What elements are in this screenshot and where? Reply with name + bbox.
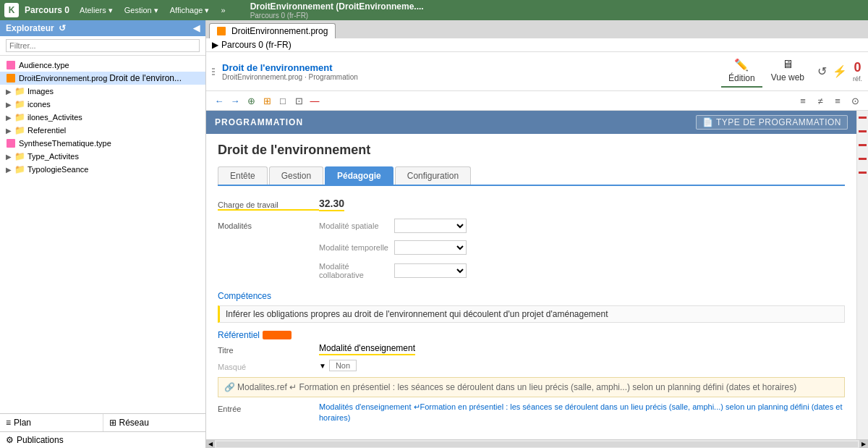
competences-title[interactable]: Compétences: [218, 291, 845, 301]
tree-label-typologie: TypologieSeance: [27, 165, 88, 174]
plan-label: Plan: [14, 418, 31, 428]
window-subtitle: Parcours 0 (fr-FR): [250, 12, 864, 20]
grid-btn[interactable]: ⊞: [260, 93, 274, 108]
doc-tab[interactable]: DroitEnvironnement.prog: [209, 23, 336, 38]
window-title: DroitEnvironnement (DroitEnvironneme....: [250, 1, 864, 12]
add-btn[interactable]: ⊕: [244, 93, 258, 108]
menu-gestion[interactable]: Gestion ▾: [120, 4, 163, 17]
reseau-tab[interactable]: ⊞ Réseau: [103, 414, 206, 431]
top-bar: K Parcours 0 Ateliers ▾ Gestion ▾ Affich…: [0, 0, 868, 20]
modalite-temporelle-select[interactable]: [394, 240, 467, 255]
charge-label: Charge de travail: [218, 198, 319, 211]
modalite-spatiale-select[interactable]: [394, 219, 467, 233]
doc-right-tools: ↺ ⚡ 0 réf.: [817, 60, 862, 83]
modalite-collaborative-select[interactable]: [394, 263, 467, 278]
modalite-spatiale-label: Modalité spatiale: [319, 221, 391, 230]
tree-item-synthese[interactable]: SyntheseThematique.type: [0, 137, 205, 150]
doc-content: Programmation 📄 Type de programmation Dr…: [206, 111, 856, 439]
top-menu: Ateliers ▾ Gestion ▾ Affichage ▾ »: [75, 4, 230, 17]
menu-ateliers[interactable]: Ateliers ▾: [75, 4, 117, 17]
lightning-icon[interactable]: ⚡: [833, 64, 847, 78]
tab-label: DroitEnvironnement.prog: [231, 26, 328, 36]
publications-icon: ⚙: [6, 435, 14, 445]
h-scroll-track[interactable]: [216, 441, 858, 447]
tree-item-droit[interactable]: DroitEnvironnement.prog Droit de l'envir…: [0, 72, 205, 85]
tree-item-images[interactable]: ▶ 📁 Images: [0, 85, 205, 98]
h-scrollbar[interactable]: ◀ ▶: [206, 439, 868, 448]
tree-item-audience[interactable]: Audience.type: [0, 59, 205, 72]
sidebar-header: Explorateur ↺ ◀: [0, 20, 205, 36]
menu-more[interactable]: »: [217, 4, 230, 17]
breadcrumb-text: Parcours 0 (fr-FR): [221, 40, 292, 50]
doc-title-area: Droit de l'environnement DroitEnvironnem…: [222, 62, 715, 81]
sidebar-tree: Audience.type DroitEnvironnement.prog Dr…: [0, 56, 205, 413]
competence-item: Inférer les obligations propres au droit…: [218, 305, 845, 323]
section-tabs: Entête Gestion Pédagogie Configuration: [218, 166, 845, 186]
tree-item-type-activites[interactable]: ▶ 📁 Type_Activites: [0, 150, 205, 163]
filter-input[interactable]: [6, 39, 200, 52]
modalites-row: Modalités Modalité spatiale Modalité te: [218, 219, 845, 284]
app-logo: K: [4, 3, 19, 17]
tree-label-droit: DroitEnvironnement.prog Droit de l'envir…: [19, 73, 182, 83]
side-indicator-3: [859, 144, 867, 146]
titre-label: Titre: [218, 343, 319, 355]
side-indicator-2: [859, 130, 867, 132]
undo-btn[interactable]: ←: [212, 93, 226, 108]
modalite-collaborative-field: Modalité collaborative: [319, 262, 467, 279]
tree-item-icones[interactable]: ▶ 📁 icones: [0, 98, 205, 111]
tree-item-ilones[interactable]: ▶ 📁 ilones_Activites: [0, 111, 205, 124]
ref-label: réf.: [853, 75, 862, 83]
tree-item-typologie[interactable]: ▶ 📁 TypologieSeance: [0, 163, 205, 176]
history-icon[interactable]: ↺: [817, 64, 827, 78]
masque-row: Masqué ▼ Non: [218, 360, 845, 371]
tab-bar: DroitEnvironnement.prog: [206, 20, 868, 38]
tree-label-type-activites: Type_Activites: [27, 152, 79, 161]
delete-btn[interactable]: —: [307, 93, 322, 108]
doc-breadcrumb-path: DroitEnvironnement.prog · Programmation: [222, 73, 715, 81]
align-left-btn[interactable]: ≡: [830, 93, 845, 108]
tree-item-referentiel[interactable]: ▶ 📁 Referentiel: [0, 124, 205, 137]
publications-label: Publications: [17, 435, 64, 445]
h-scroll-right[interactable]: ▶: [859, 440, 868, 449]
competence-text: Inférer les obligations propres au droit…: [226, 309, 608, 319]
content-area: DroitEnvironnement.prog ▶ Parcours 0 (fr…: [206, 20, 868, 448]
type-prog-button[interactable]: 📄 Type de programmation: [696, 115, 848, 130]
align-center-btn[interactable]: ≠: [813, 93, 827, 108]
publications-btn[interactable]: ⚙ Publications: [0, 431, 205, 448]
tab-configuration[interactable]: Configuration: [395, 166, 471, 185]
entree-link-text[interactable]: Modalités d'enseignement ↵Formation en p…: [319, 402, 842, 422]
doc-body-title: Droit de l'environnement: [218, 143, 845, 158]
tree-label-ilones: ilones_Activites: [27, 113, 82, 122]
charge-value: 32.30: [319, 198, 344, 211]
masque-arrow: ▼: [319, 362, 326, 370]
tab-pedagogie[interactable]: Pédagogie: [325, 166, 393, 185]
entree-info-text: Modalites.ref ↵ Formation en présentiel …: [237, 382, 796, 392]
breadcrumb-separator: ▶: [212, 40, 218, 50]
view-buttons: ✏️ Édition 🖥 Vue web: [721, 55, 812, 88]
settings-btn[interactable]: ⊙: [848, 93, 862, 108]
side-indicator-1: [859, 117, 867, 119]
tab-gestion[interactable]: Gestion: [269, 166, 323, 185]
charge-row: Charge de travail 32.30: [218, 198, 845, 211]
referentiel-title[interactable]: Référentiel: [218, 330, 845, 340]
doc-header: Droit de l'environnement DroitEnvironnem…: [206, 52, 868, 91]
sidebar-collapse-icon[interactable]: ◀: [193, 23, 200, 33]
refresh-icon[interactable]: ↺: [59, 23, 66, 33]
tab-entete[interactable]: Entête: [218, 166, 268, 185]
sidebar-filter[interactable]: [0, 36, 205, 56]
paste-btn[interactable]: ⊡: [292, 93, 306, 108]
menu-affichage[interactable]: Affichage ▾: [166, 4, 214, 17]
align-right-btn[interactable]: ≡: [796, 93, 810, 108]
masque-value[interactable]: Non: [329, 360, 357, 371]
web-view-btn[interactable]: 🖥 Vue web: [764, 55, 812, 88]
edition-view-btn[interactable]: ✏️ Édition: [721, 55, 762, 88]
tree-label-icones: icones: [27, 100, 51, 109]
app-title: Parcours 0: [25, 5, 69, 15]
redo-btn[interactable]: →: [228, 93, 242, 108]
ref-badge: [263, 331, 292, 339]
copy-btn[interactable]: □: [276, 93, 290, 108]
titre-row: Titre Modalité d'enseignement: [218, 343, 845, 355]
tree-label-synthese: SyntheseThematique.type: [19, 139, 111, 148]
plan-tab[interactable]: ≡ Plan: [0, 414, 103, 431]
h-scroll-left[interactable]: ◀: [206, 440, 215, 449]
